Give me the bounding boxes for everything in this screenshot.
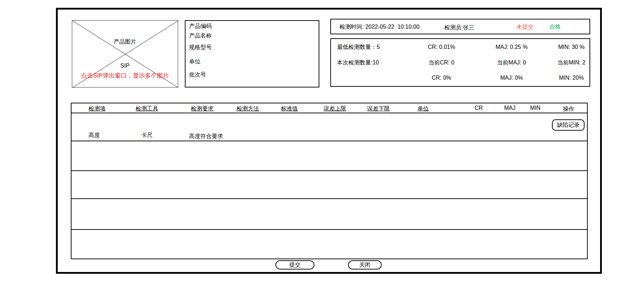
min-rate: MIN: 20%	[559, 74, 584, 81]
unit-label: 单位	[189, 58, 200, 65]
cell-item: 高度	[89, 132, 100, 139]
row-separator-line	[72, 198, 587, 199]
min-limit: MIN: 30 %	[558, 44, 585, 51]
sip-hint-text: 点击SIP弹出窗口，显示多个图片	[72, 72, 178, 79]
product-code-label: 产品编码	[189, 23, 212, 30]
col-header-requirement: 检测要求	[191, 105, 213, 112]
product-info-panel: 产品编码 产品名称 规格型号 单位 批次号	[185, 20, 319, 87]
defect-record-button[interactable]: 缺陷记录	[552, 119, 585, 131]
col-header-standard: 标准值	[281, 105, 298, 112]
spec-model-label: 规格型号	[189, 44, 212, 51]
product-name-label: 产品名称	[189, 32, 212, 39]
inspection-stats-panel: 最低检测数量：5 CR: 0.01% MAJ: 0.25 % MIN: 30 %…	[330, 38, 590, 87]
col-header-cr: CR	[474, 104, 483, 112]
col-header-min: MIN	[530, 104, 540, 112]
col-header-action: 操作	[563, 106, 574, 113]
product-image-placeholder[interactable]: 产品图片 SIP 点击SIP弹出窗口，显示多个图片	[72, 20, 178, 87]
submit-button[interactable]: 提交	[275, 260, 314, 270]
col-header-method: 检测方法	[236, 105, 259, 112]
cell-tool: 卡尺	[141, 132, 153, 139]
current-maj: 当前MAJ: 0	[497, 59, 526, 66]
row-separator-line	[72, 229, 587, 230]
current-cr: 当前CR: 0	[429, 59, 455, 66]
inspection-time-label: 检测时间:	[340, 24, 365, 30]
maj-limit: MAJ: 0.25 %	[496, 44, 528, 51]
row-separator-line	[72, 141, 587, 141]
submit-status-badge: 未提交	[517, 23, 534, 30]
cr-limit: CR: 0.01%	[428, 44, 455, 51]
maj-rate: MAJ: 0%	[500, 74, 523, 81]
table-row: 高度 卡尺 高度符合要求 缺陷记录	[72, 113, 587, 141]
result-status-badge: 合格	[549, 23, 561, 30]
cr-rate: CR: 0%	[432, 74, 451, 81]
col-header-lower-tol: 误差下限	[367, 105, 390, 112]
close-button[interactable]: 关闭	[348, 260, 382, 270]
inspection-time-value: 2022-05-22 10:10:00	[365, 24, 420, 30]
inspection-window: 产品图片 SIP 点击SIP弹出窗口，显示多个图片 产品编码 产品名称 规格型号…	[0, 0, 644, 295]
col-header-upper-tol: 误差上限	[324, 105, 346, 112]
col-header-item: 检测项	[89, 105, 106, 112]
product-image-label: 产品图片	[72, 38, 178, 45]
cell-requirement: 高度符合要求	[189, 133, 223, 140]
col-header-tool: 检测工具	[136, 105, 158, 112]
inspection-table: 检测项 检测工具 检测要求 检测方法 标准值 误差上限 误差下限 单位 CR M…	[71, 103, 588, 259]
current-inspect-qty: 本次检测数量:10	[337, 59, 379, 66]
batch-no-label: 批次号	[189, 71, 206, 78]
row-separator-line	[72, 170, 587, 171]
inspector-name: 检测员:张三	[444, 24, 474, 31]
min-inspect-qty: 最低检测数量：5	[337, 44, 380, 51]
inspection-header-bar: 检测时间: 2022-05-22 10:10:00 检测员:张三 未提交 合格	[330, 19, 590, 34]
col-header-unit: 单位	[417, 105, 429, 112]
inspection-time: 检测时间: 2022-05-22 10:10:00	[340, 23, 420, 30]
current-min: 当前MIN: 2	[557, 59, 585, 66]
col-header-maj: MAJ	[504, 104, 515, 112]
sip-link[interactable]: SIP	[72, 62, 178, 69]
